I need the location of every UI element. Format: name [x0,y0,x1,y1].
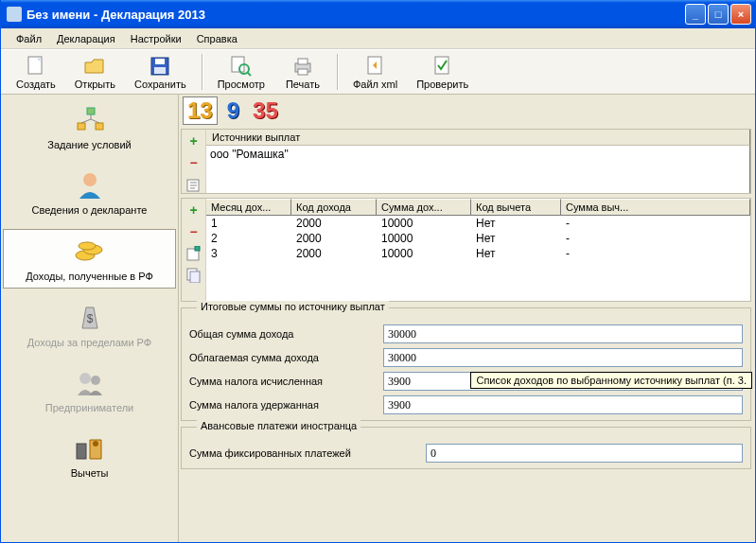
menubar: Файл Декларация Настройки Справка [1,28,755,49]
check-button[interactable]: Проверить [407,53,478,92]
svg-point-27 [93,441,98,447]
tax-withheld-label: Сумма налога удержанная [189,399,383,411]
svg-rect-8 [298,59,308,64]
close-button[interactable]: × [730,4,751,25]
sidebar-label: Вычеты [71,467,109,479]
floppy-disk-icon [149,55,171,78]
printer-icon [291,55,314,78]
maximize-button[interactable]: □ [708,4,729,25]
col-sum[interactable]: Сумма дох... [377,199,471,215]
app-icon [7,7,22,22]
svg-rect-9 [298,69,308,75]
menu-file[interactable]: Файл [9,31,49,46]
svg-line-17 [81,119,91,123]
check-document-icon [431,55,454,78]
svg-rect-32 [190,272,200,283]
sources-panel: + − Источники выплат ооо "Ромашка" [181,129,751,194]
fixed-payments-label: Сумма фиксированных платежей [189,447,426,459]
svg-rect-12 [435,57,448,74]
sidebar-item-entrepreneurs[interactable]: Предприниматели [3,361,176,419]
remove-source-button[interactable]: − [185,154,202,171]
fixed-payments-input[interactable] [426,444,743,463]
svg-rect-2 [155,59,165,64]
xml-button[interactable]: Файл xml [343,53,407,92]
taxable-income-label: Облагаемая сумма дохода [189,352,383,363]
check-label: Проверить [416,79,468,90]
preview-label: Просмотр [218,79,265,90]
sidebar-item-deductions[interactable]: Вычеты [3,427,176,484]
svg-rect-14 [78,123,85,130]
sidebar-label: Доходы за пределами РФ [27,337,151,348]
conditions-icon [74,104,106,136]
sources-list[interactable]: ооо "Ромашка" [206,146,750,193]
svg-rect-13 [87,108,95,114]
rate-tabs: 13 9 35 [181,96,751,125]
rate-tab-35[interactable]: 35 [249,97,282,124]
svg-line-6 [247,72,251,76]
total-income-input[interactable] [383,324,743,343]
sidebar-label: Задание условий [47,139,131,150]
col-month[interactable]: Месяц дох... [206,199,291,215]
titlebar: Без имени - Декларация 2013 _ □ × [1,0,755,28]
sidebar-item-income-rf[interactable]: Доходы, полученные в РФ [3,229,176,289]
table-row: 1 2000 10000 Нет - [206,216,750,231]
minimize-button[interactable]: _ [685,4,706,25]
edit-source-button[interactable] [185,176,202,193]
save-label: Сохранить [134,79,186,90]
sidebar-label: Предприниматели [45,402,133,413]
copy-income-button[interactable] [185,267,202,284]
advance-title: Авансовые платежи иностранца [197,420,360,431]
col-code[interactable]: Код дохода [291,199,377,215]
open-label: Открыть [75,79,115,90]
money-bag-icon: $ [74,302,106,334]
open-button[interactable]: Открыть [65,53,125,92]
svg-point-19 [83,173,97,186]
edit-income-button[interactable] [185,245,202,262]
window-title: Без имени - Декларация 2013 [26,8,685,22]
col-deduction-code[interactable]: Код вычета [471,199,561,215]
svg-point-24 [79,373,91,384]
deductions-icon [74,432,106,464]
total-income-label: Общая сумма дохода [189,328,383,340]
svg-rect-3 [154,67,166,74]
add-source-button[interactable]: + [185,132,202,149]
col-deduction-sum[interactable]: Сумма выч... [561,199,750,215]
source-item[interactable]: ооо "Ромашка" [210,148,746,161]
tax-calculated-label: Сумма налога исчисленная [189,376,383,387]
add-income-button[interactable]: + [185,201,202,219]
xml-file-icon [364,55,387,78]
svg-rect-26 [77,444,86,459]
tax-withheld-input[interactable] [383,395,743,414]
svg-point-22 [79,242,96,250]
magnifier-icon [230,55,253,78]
svg-line-18 [91,119,99,123]
toolbar: Создать Открыть Сохранить Просмотр Печат… [1,49,755,95]
print-label: Печать [286,79,320,90]
rate-tab-13[interactable]: 13 [183,96,218,125]
open-folder-icon [83,55,106,78]
menu-declaration[interactable]: Декларация [49,31,123,46]
taxable-income-input[interactable] [383,348,743,367]
income-grid-header: Месяц дох... Код дохода Сумма дох... Код… [206,199,750,216]
print-button[interactable]: Печать [274,53,331,92]
totals-title: Итоговые суммы по источнику выплат [197,301,389,312]
person-icon [74,169,106,201]
tooltip: Список доходов по выбранному источнику в… [470,372,752,389]
create-label: Создать [16,79,56,90]
menu-help[interactable]: Справка [189,31,245,46]
preview-button[interactable]: Просмотр [208,53,274,92]
table-row: 2 2000 10000 Нет - [206,231,750,246]
income-grid-body[interactable]: 1 2000 10000 Нет - 2 2000 10000 Нет - [206,216,750,261]
sidebar-label: Сведения о декларанте [32,204,148,216]
menu-settings[interactable]: Настройки [123,31,189,46]
advance-group: Авансовые платежи иностранца Сумма фикси… [181,427,751,469]
rate-tab-9[interactable]: 9 [223,97,243,124]
sidebar-item-income-foreign[interactable]: $ Доходы за пределами РФ [3,296,176,354]
remove-income-button[interactable]: − [185,223,202,240]
income-panel: + − Месяц дох... Код дохода Сумма дох...… [181,198,751,302]
save-button[interactable]: Сохранить [125,53,196,92]
sidebar-item-conditions[interactable]: Задание условий [3,98,176,156]
sidebar-item-declarant[interactable]: Сведения о декларанте [3,164,176,221]
create-button[interactable]: Создать [7,53,65,92]
totals-group: Итоговые суммы по источнику выплат Общая… [181,307,751,421]
